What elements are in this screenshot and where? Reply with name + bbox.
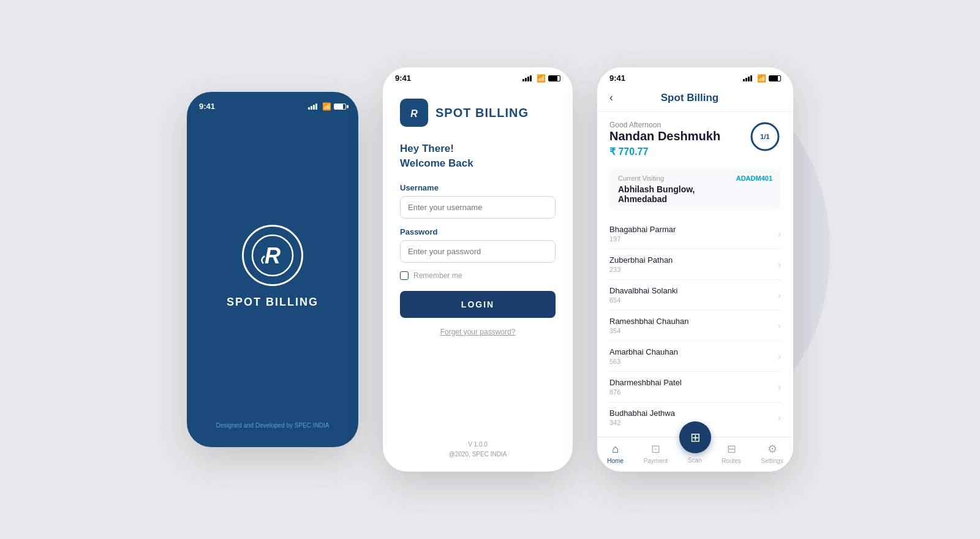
dashboard-screen: 9:41 📶 ‹ Spot Billing [597,67,793,472]
remember-row: Remember me [400,271,556,280]
nav-settings-label: Settings [761,458,783,464]
customer-name: Dharmeshbhai Patel [609,378,682,387]
battery-icon-1 [334,104,346,110]
splash-logo-circle: R [242,225,303,286]
time-2: 9:41 [395,74,411,83]
customer-info: Dharmeshbhai Patel 876 [609,378,682,396]
login-button[interactable]: LOGIN [400,291,556,318]
login-logo-svg: R [405,104,423,121]
chevron-right-icon: › [778,413,781,423]
status-bar-1: 9:41 📶 [199,102,346,111]
customer-info: Amarbhai Chauhan 563 [609,347,678,365]
customer-list-item[interactable]: Zuberbhai Pathan 233 › [609,249,781,280]
nav-payment[interactable]: ⊡ Payment [644,442,668,464]
greeting-progress-row: Good Afternoon Nandan Deshmukh ₹ 770.77 … [609,121,781,166]
customer-info: Dhavalbhai Solanki 654 [609,286,677,304]
scan-fab-icon: ⊞ [690,430,701,445]
password-input[interactable] [400,240,556,263]
back-button[interactable]: ‹ [609,91,613,104]
splash-footer: Designed and Developed by SPEC INDIA [216,422,329,429]
wifi-icon-3: 📶 [757,74,766,83]
version: V 1.0.0 [468,441,488,448]
payment-icon: ⊡ [651,442,660,456]
customer-num: 654 [609,296,677,304]
home-icon: ⌂ [612,443,619,456]
greeting-line2: Welcome Back [400,157,473,169]
nav-routes[interactable]: ⊟ Routes [722,442,741,464]
progress-label: 1/1 [760,133,769,140]
customer-name: Budhabhai Jethwa [609,409,675,418]
scan-fab[interactable]: ⊞ [679,421,711,453]
login-screen: 9:41 📶 R [383,67,573,472]
chevron-right-icon: › [778,352,781,361]
customer-name: Dhavalbhai Solanki [609,286,677,295]
nav-settings[interactable]: ⚙ Settings [761,442,783,464]
nav-routes-label: Routes [722,458,741,464]
nav-home[interactable]: ⌂ Home [607,443,624,464]
time-3: 9:41 [609,74,625,83]
bottom-nav: ⌂ Home ⊡ Payment ⊞ Scan ⊟ Routes ⚙ Setti… [597,437,793,472]
nav-scan[interactable]: ⊞ Scan [688,443,702,464]
copyright: @2020, SPEC INDIA [449,451,507,458]
settings-icon: ⚙ [767,442,777,456]
customer-info: Bhagabhai Parmar 197 [609,225,676,243]
screen-title: Spot Billing [661,92,718,104]
signal-icon-1 [308,104,317,110]
battery-icon-2 [548,75,560,81]
login-logo-row: R SPOT BILLING [400,99,556,127]
svg-text:R: R [410,108,418,119]
chevron-right-icon: › [778,382,781,392]
user-name: Nandan Deshmukh [609,129,720,143]
status-icons-1: 📶 [308,102,346,111]
forgot-password-link[interactable]: Forget your password? [400,328,556,336]
greeting: Hey There! Welcome Back [400,141,556,171]
login-app-name: SPOT BILLING [435,106,529,120]
cv-code: ADADM401 [736,175,772,182]
splash-app-name: SPOT BILLING [227,296,318,309]
good-afternoon: Good Afternoon [609,121,720,129]
user-info: Good Afternoon Nandan Deshmukh ₹ 770.77 [609,121,720,166]
customer-num: 563 [609,358,678,365]
login-logo-box: R [400,99,428,127]
customer-name: Amarbhai Chauhan [609,347,678,356]
dashboard-header: ‹ Spot Billing [597,86,793,112]
customer-list-item[interactable]: Bhagabhai Parmar 197 › [609,219,781,249]
status-bar-3: 9:41 📶 [597,67,793,86]
nav-scan-label: Scan [688,457,702,464]
cv-name: Abhilash Bunglow, Ahmedabad [618,184,736,204]
nav-home-label: Home [607,458,624,464]
customer-name: Bhagabhai Parmar [609,225,676,234]
customer-name: Rameshbhai Chauhan [609,317,688,326]
chevron-right-icon: › [778,321,781,331]
customer-list-item[interactable]: Dharmeshbhai Patel 876 › [609,372,781,402]
status-icons-3: 📶 [743,74,781,83]
remember-checkbox[interactable] [400,271,409,280]
signal-icon-2 [522,75,532,81]
customer-name: Zuberbhai Pathan [609,255,673,265]
username-label: Username [400,183,556,192]
login-footer: V 1.0.0 @2020, SPEC INDIA [383,440,573,472]
progress-circle: 1/1 [749,121,781,153]
username-input[interactable] [400,196,556,219]
status-bar-2: 9:41 📶 [383,67,573,86]
remember-label: Remember me [413,271,462,280]
customer-num: 342 [609,419,675,426]
customer-list-item[interactable]: Rameshbhai Chauhan 354 › [609,311,781,341]
current-visiting-card: Current Visiting Abhilash Bunglow, Ahmed… [609,168,781,210]
chevron-right-icon: › [778,290,781,300]
wifi-icon-1: 📶 [322,102,331,111]
customer-list-item[interactable]: Amarbhai Chauhan 563 › [609,341,781,372]
cv-label: Current Visiting [618,175,736,182]
page-wrapper: 9:41 📶 R [187,67,793,472]
signal-icon-3 [743,75,752,81]
customer-list-item[interactable]: Dhavalbhai Solanki 654 › [609,280,781,311]
routes-icon: ⊟ [727,442,736,456]
current-visiting-info: Current Visiting Abhilash Bunglow, Ahmed… [618,175,736,204]
splash-logo-svg: R [251,234,294,277]
chevron-right-icon: › [778,229,781,239]
status-icons-2: 📶 [522,74,560,83]
chevron-right-icon: › [778,260,781,270]
login-content: R SPOT BILLING Hey There! Welcome Back U… [383,86,573,440]
customer-info: Zuberbhai Pathan 233 [609,255,673,273]
splash-logo-area: R SPOT BILLING [227,111,318,422]
